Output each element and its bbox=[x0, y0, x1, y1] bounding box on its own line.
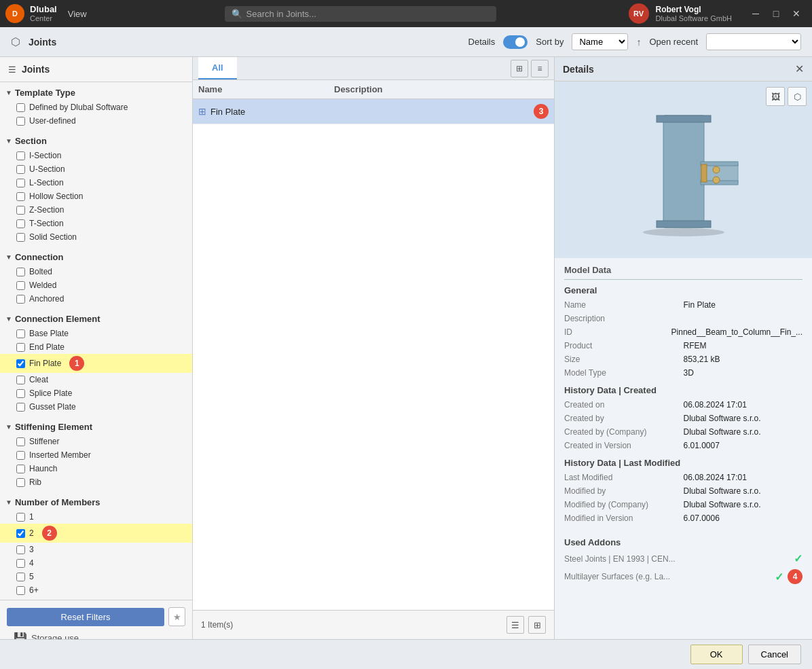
checkbox-haunch[interactable] bbox=[16, 465, 25, 473]
checkbox-stiffener[interactable] bbox=[16, 437, 25, 446]
filter-num-1[interactable]: 1 bbox=[0, 510, 192, 524]
detail-name-value: Fin Plate bbox=[684, 300, 803, 310]
filter-splice-plate[interactable]: Splice Plate bbox=[0, 386, 192, 400]
filter-i-section[interactable]: I-Section bbox=[0, 149, 192, 162]
content-area: All ⊞ ≡ Name Description ⊞ Fin Plate 3 1… bbox=[193, 57, 554, 639]
filter-inserted-member[interactable]: Inserted Member bbox=[0, 448, 192, 462]
checkbox-num-5[interactable] bbox=[16, 573, 25, 581]
checkbox-u-section[interactable] bbox=[16, 165, 25, 174]
filter-welded[interactable]: Welded bbox=[0, 278, 192, 292]
filter-num-6plus[interactable]: 6+ bbox=[0, 583, 192, 597]
table-row[interactable]: ⊞ Fin Plate 3 bbox=[193, 99, 554, 124]
app-icon: D bbox=[5, 4, 24, 23]
cancel-button[interactable]: Cancel bbox=[748, 645, 801, 664]
connection-element-header[interactable]: ▼ Connection Element bbox=[0, 311, 192, 327]
details-toggle[interactable] bbox=[503, 35, 528, 49]
number-of-members-arrow: ▼ bbox=[5, 499, 12, 506]
detail-created-by-company-label: Created by (Company) bbox=[564, 427, 684, 437]
svg-point-8 bbox=[713, 177, 720, 183]
checkbox-anchored[interactable] bbox=[16, 295, 25, 304]
checkbox-hollow-section[interactable] bbox=[16, 192, 25, 201]
checkbox-z-section[interactable] bbox=[16, 206, 25, 215]
filter-fin-plate[interactable]: Fin Plate 1 bbox=[0, 354, 192, 373]
filter-solid-section[interactable]: Solid Section bbox=[0, 230, 192, 244]
general-group-title: General bbox=[564, 285, 802, 295]
section-section-header[interactable]: ▼ Section bbox=[0, 133, 192, 149]
checkbox-solid-section[interactable] bbox=[16, 233, 25, 242]
minimize-button[interactable]: ─ bbox=[745, 7, 766, 20]
ok-button[interactable]: OK bbox=[690, 645, 743, 664]
restore-button[interactable]: □ bbox=[766, 7, 786, 20]
detail-id-value: Pinned__Beam_to_Column__Fin_... bbox=[671, 327, 802, 337]
filter-gusset-plate[interactable]: Gusset Plate bbox=[0, 400, 192, 414]
template-type-header[interactable]: ▼ Template Type bbox=[0, 85, 192, 101]
checkbox-cleat[interactable] bbox=[16, 376, 25, 384]
column-layout-button[interactable]: ⊞ bbox=[511, 60, 528, 77]
checkbox-gusset-plate[interactable] bbox=[16, 403, 25, 412]
detail-model-type-value: 3D bbox=[684, 368, 803, 378]
filter-haunch[interactable]: Haunch bbox=[0, 462, 192, 475]
checkbox-bolted[interactable] bbox=[16, 268, 25, 276]
favorites-button[interactable]: ★ bbox=[168, 607, 185, 626]
filter-cleat[interactable]: Cleat bbox=[0, 373, 192, 386]
filter-end-plate[interactable]: End Plate bbox=[0, 340, 192, 354]
checkbox-defined-by-dlubal[interactable] bbox=[16, 103, 25, 112]
model-3d-view bbox=[616, 102, 752, 238]
details-close-button[interactable]: ✕ bbox=[795, 62, 804, 75]
stiffening-element-header[interactable]: ▼ Stiffening Element bbox=[0, 419, 192, 435]
checkbox-fin-plate[interactable] bbox=[16, 359, 25, 368]
tab-all[interactable]: All bbox=[198, 57, 237, 79]
filter-num-3[interactable]: 3 bbox=[0, 543, 192, 556]
filter-num-5[interactable]: 5 bbox=[0, 570, 192, 583]
filter-user-defined[interactable]: User-defined bbox=[0, 114, 192, 128]
filter-z-section[interactable]: Z-Section bbox=[0, 203, 192, 217]
checkbox-num-2[interactable] bbox=[16, 529, 25, 538]
number-of-members-header[interactable]: ▼ Number of Members bbox=[0, 494, 192, 510]
filter-hollow-section[interactable]: Hollow Section bbox=[0, 189, 192, 203]
svg-rect-6 bbox=[701, 164, 707, 182]
checkbox-i-section[interactable] bbox=[16, 151, 25, 160]
connection-header[interactable]: ▼ Connection bbox=[0, 249, 192, 265]
search-input[interactable] bbox=[246, 9, 490, 19]
filter-u-section[interactable]: U-Section bbox=[0, 162, 192, 176]
stiffening-element-arrow: ▼ bbox=[5, 423, 12, 431]
checkbox-num-4[interactable] bbox=[16, 559, 25, 568]
checkbox-inserted-member[interactable] bbox=[16, 451, 25, 460]
checkbox-splice-plate[interactable] bbox=[16, 389, 25, 398]
filter-anchored[interactable]: Anchored bbox=[0, 292, 192, 306]
filter-num-2[interactable]: 2 2 bbox=[0, 524, 192, 543]
checkbox-rib[interactable] bbox=[16, 478, 25, 487]
filter-l-section[interactable]: L-Section bbox=[0, 176, 192, 189]
checkbox-l-section[interactable] bbox=[16, 179, 25, 187]
checkbox-num-3[interactable] bbox=[16, 545, 25, 554]
checkbox-base-plate[interactable] bbox=[16, 329, 25, 338]
checkbox-t-section[interactable] bbox=[16, 219, 25, 228]
sort-direction-button[interactable]: ↑ bbox=[636, 37, 641, 48]
preview-image-button[interactable]: 🖼 bbox=[766, 87, 785, 106]
filter-t-section[interactable]: T-Section bbox=[0, 217, 192, 230]
list-view-button[interactable]: ☰ bbox=[506, 616, 524, 634]
detail-created-by-company-value: Dlubal Software s.r.o. bbox=[684, 427, 803, 437]
checkbox-num-1[interactable] bbox=[16, 513, 25, 522]
close-button[interactable]: ✕ bbox=[786, 7, 807, 20]
checkbox-num-6plus[interactable] bbox=[16, 586, 25, 595]
open-recent-select[interactable] bbox=[706, 33, 801, 50]
filter-bolted[interactable]: Bolted bbox=[0, 265, 192, 278]
view-menu-button[interactable]: View bbox=[62, 7, 92, 20]
filter-rib[interactable]: Rib bbox=[0, 475, 192, 489]
filter-defined-by-dlubal[interactable]: Defined by Dlubal Software bbox=[0, 101, 192, 114]
filter-stiffener[interactable]: Stiffener bbox=[0, 435, 192, 448]
sort-by-select[interactable]: Name Date Size Type bbox=[572, 33, 628, 50]
filter-base-plate[interactable]: Base Plate bbox=[0, 327, 192, 340]
checkbox-end-plate[interactable] bbox=[16, 343, 25, 352]
addon-2-check: ✓ bbox=[775, 571, 783, 583]
checkbox-welded[interactable] bbox=[16, 281, 25, 290]
detail-modified-by-company-label: Modified by (Company) bbox=[564, 500, 684, 509]
list-layout-button[interactable]: ≡ bbox=[531, 60, 549, 77]
checkbox-user-defined[interactable] bbox=[16, 117, 25, 126]
content-footer: 1 Item(s) ☰ ⊞ bbox=[193, 610, 554, 639]
reset-filters-button[interactable]: Reset Filters bbox=[7, 608, 164, 626]
filter-num-4[interactable]: 4 bbox=[0, 556, 192, 570]
preview-3d-button[interactable]: ⬡ bbox=[788, 87, 807, 106]
grid-view-button[interactable]: ⊞ bbox=[528, 616, 546, 634]
